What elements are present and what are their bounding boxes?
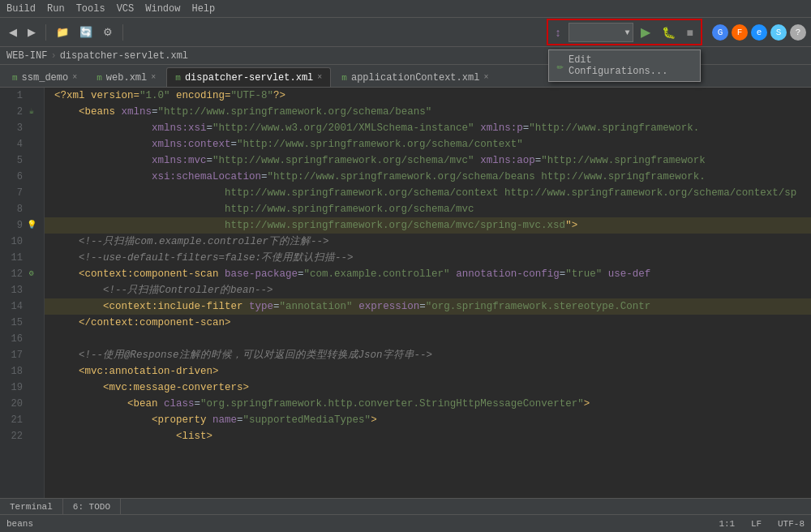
ln-19: 19 (6, 380, 37, 396)
edit-config-label: Edit Configurations... (569, 54, 692, 77)
ln-20: 20 (6, 396, 37, 412)
edit-config-item[interactable]: ✏ Edit Configurations... (549, 50, 700, 81)
tab-application-context[interactable]: m applicationContext.xml × (333, 67, 497, 87)
code-line-14: <context:include-filter type="annotation… (45, 298, 811, 315)
ln-17: 17 (6, 347, 37, 363)
safari-icon[interactable]: S (770, 24, 787, 41)
toolbar-forward-btn[interactable]: ▶ (24, 24, 40, 41)
code-line-2: <beans xmlns="http://www.springframework… (45, 104, 811, 120)
toolbar-left: ◀ ▶ (5, 24, 40, 41)
ln-1: 1 (6, 88, 37, 104)
run-button[interactable]: ▶ (637, 22, 654, 42)
code-line-20: <bean class="org.springframework.http.co… (45, 396, 811, 412)
ln-14: 14 (6, 298, 37, 315)
ln-11: 11 (6, 250, 37, 266)
bottom-tabs: Terminal 6: TODO (0, 498, 811, 514)
toolbar-back-btn[interactable]: ◀ (5, 24, 21, 41)
bottom-tab-terminal-label: Terminal (10, 502, 53, 512)
ln-13: 13 (6, 282, 37, 298)
bottom-tab-terminal[interactable]: Terminal (0, 499, 63, 514)
menu-help[interactable]: Help (191, 3, 215, 15)
ln-6: 6 (6, 169, 37, 185)
breadcrumb-file[interactable]: dispatcher-servlet.xml (60, 50, 188, 62)
run-config-icon-left[interactable]: ↕ (551, 24, 565, 41)
menu-run[interactable]: Run (47, 3, 65, 15)
toolbar-project-btn[interactable]: 📁 (52, 24, 73, 41)
tab-appctx-label: applicationContext.xml (351, 72, 479, 84)
code-line-1: <?xml version="1.0" encoding="UTF-8"?> (45, 88, 811, 104)
stop-button[interactable]: ■ (683, 24, 697, 41)
chrome-icon[interactable]: G (712, 24, 728, 41)
toolbar-sync-btn[interactable]: 🔄 (75, 24, 97, 41)
toolbar-divider-1 (45, 24, 46, 41)
ln-7: 7 (6, 185, 37, 201)
line-numbers: 1 2☕ 3 4 5 6 7 8 9💡 10 11 12⚙ 13 14 15 1… (0, 88, 45, 498)
tab-web-xml-close[interactable]: × (151, 73, 156, 82)
menu-bar: Build Run Tools VCS Window Help (0, 0, 811, 18)
ln-16: 16 (6, 331, 37, 347)
code-line-4: xmlns:context="http://www.springframewor… (45, 136, 811, 152)
menu-vcs[interactable]: VCS (117, 3, 135, 15)
menu-tools[interactable]: Tools (76, 3, 105, 15)
code-line-17: <!--使用@Response注解的时候，可以对返回的类型转换成Json字符串-… (45, 347, 811, 363)
unknown-browser-icon[interactable]: ? (790, 24, 806, 41)
tab-web-xml-label: web.xml (106, 72, 147, 84)
menu-window[interactable]: Window (145, 3, 180, 15)
ln-4: 4 (6, 136, 37, 152)
code-line-3: xmlns:xsi="http://www.w3.org/2001/XMLSch… (45, 120, 811, 136)
toolbar: ◀ ▶ 📁 🔄 ⚙ ↕ ▼ ▶ 🐛 ■ ✏ Edit Configuration… (0, 18, 811, 47)
tab-web-xml-icon: m (97, 73, 102, 83)
debug-button[interactable]: 🐛 (658, 24, 680, 41)
run-config-area: ↕ ▼ ▶ 🐛 ■ ✏ Edit Configurations... (547, 19, 702, 45)
code-line-9: http://www.springframework.org/schema/mv… (45, 217, 811, 234)
breadcrumb-webinf[interactable]: WEB-INF (6, 50, 47, 62)
bottom-tab-todo-label: 6: TODO (73, 502, 110, 512)
code-line-10: <!--只扫描com.example.controller下的注解--> (45, 234, 811, 250)
tab-web-xml[interactable]: m web.xml × (88, 67, 165, 87)
code-line-12: <context:component-scan base-package="co… (45, 266, 811, 282)
ln-21: 21 (6, 412, 37, 428)
code-line-19: <mvc:message-converters> (45, 380, 811, 396)
firefox-icon[interactable]: F (732, 24, 748, 41)
tab-dispatcher-label: dispatcher-servlet.xml (185, 72, 313, 84)
code-line-13: <!--只扫描Controller的bean--> (45, 282, 811, 298)
status-bar: beans 1:1 LF UTF-8 (0, 514, 811, 532)
code-area[interactable]: <?xml version="1.0" encoding="UTF-8"?> <… (45, 88, 811, 498)
ln-22: 22 (6, 428, 37, 444)
ln-2: 2☕ (6, 104, 37, 120)
menu-build[interactable]: Build (6, 3, 36, 15)
status-location: beans (6, 519, 33, 529)
ln-8: 8 (6, 201, 37, 217)
code-line-6: xsi:schemaLocation="http://www.springfra… (45, 169, 811, 185)
tab-ssm-demo-icon: m (12, 73, 18, 83)
ln-18: 18 (6, 363, 37, 380)
ln-5: 5 (6, 152, 37, 169)
ie-icon[interactable]: e (751, 24, 767, 41)
code-line-15: </context:component-scan> (45, 315, 811, 331)
tab-appctx-close[interactable]: × (483, 73, 488, 82)
code-line-16 (45, 331, 811, 347)
breadcrumb-sep: › (50, 50, 56, 62)
ln-15: 15 (6, 315, 37, 331)
code-line-8: http://www.springframework.org/schema/mv… (45, 201, 811, 217)
edit-config-run-icon: ✏ (557, 59, 564, 73)
code-line-18: <mvc:annotation-driven> (45, 363, 811, 380)
tab-dispatcher-icon: m (175, 73, 181, 83)
edit-config-dropdown: ✏ Edit Configurations... (548, 49, 701, 82)
tab-ssm-demo[interactable]: m ssm_demo × (3, 67, 86, 87)
bottom-tab-todo[interactable]: 6: TODO (63, 499, 121, 514)
run-config-select[interactable] (569, 23, 633, 42)
tab-dispatcher-servlet[interactable]: m dispatcher-servlet.xml × (166, 67, 331, 87)
toolbar-divider-2 (122, 24, 123, 41)
code-line-11: <!--use-default-filters=false:不使用默认扫描--> (45, 250, 811, 266)
tab-ssm-demo-close[interactable]: × (72, 73, 77, 82)
tab-appctx-icon: m (341, 73, 347, 83)
code-container: 1 2☕ 3 4 5 6 7 8 9💡 10 11 12⚙ 13 14 15 1… (0, 88, 811, 498)
code-line-5: xmlns:mvc="http://www.springframework.or… (45, 152, 811, 169)
code-line-21: <property name="supportedMediaTypes"> (45, 412, 811, 428)
ln-12: 12⚙ (6, 266, 37, 282)
tab-dispatcher-close[interactable]: × (317, 73, 322, 82)
browser-icons: G F e S ? (712, 24, 806, 41)
tab-ssm-demo-label: ssm_demo (22, 72, 69, 84)
toolbar-settings-btn[interactable]: ⚙ (99, 24, 117, 41)
